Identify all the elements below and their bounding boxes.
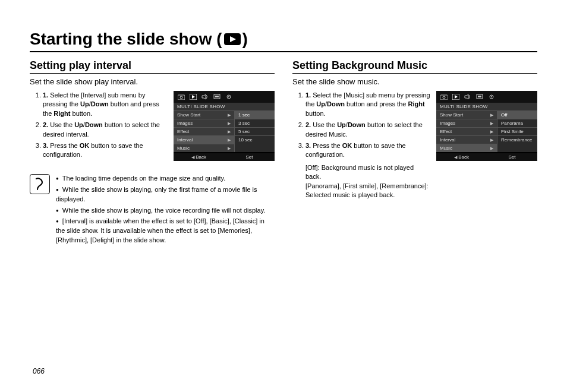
gear-icon [487,93,496,100]
step: 2.Use the Up/Down button to select the d… [305,121,430,139]
step: 1.Select the [Music] sub menu by pressin… [305,91,430,118]
note-list: The loading time depends on the image si… [56,174,275,248]
svg-rect-17 [478,96,481,97]
sound-icon [464,93,472,100]
camera-icon [440,93,448,100]
svg-marker-15 [465,94,468,99]
camera-icon [177,93,185,100]
menu-footer-back: ◀ Back [174,153,224,161]
menu-item: Show Start▶ [174,110,234,119]
note-item: While the slide show is playing, only th… [56,185,275,204]
svg-marker-5 [192,95,195,99]
note-box: The loading time depends on the image si… [30,174,275,248]
title-prefix: Starting the slide show ( [30,30,222,49]
display-icon [475,93,484,100]
page-number: 066 [33,367,45,375]
svg-marker-14 [455,95,458,99]
menu-option: 1 sec [235,110,275,119]
play-icon [452,93,460,100]
menu-header: MULTI SLIDE SHOW [174,103,275,110]
svg-point-19 [491,96,492,97]
menu-option: Panorama [497,119,537,127]
display-icon [213,93,221,100]
menu-option: 5 sec [235,127,275,135]
menu-item: Interval▶ [436,135,497,144]
extra-note: [Panorama], [First smile], [Remembrance]… [305,182,430,200]
menu-footer-set: Set [487,153,537,161]
camera-menu-screenshot: MULTI SLIDE SHOW Show Start▶ Images▶ Eff… [174,91,275,161]
extra-note: [Off]: Background music is not played ba… [305,163,430,182]
menu-option: Off [497,110,537,119]
menu-footer-set: Set [224,153,275,161]
menu-option: Remembrance [497,135,537,144]
title-suffix: ) [242,30,248,49]
menu-item: Music▶ [174,144,234,152]
menu-tab-icons [174,91,275,103]
menu-option: 3 sec [235,119,275,127]
menu-footer-back: ◀ Back [436,153,487,161]
left-column: Setting play interval Set the slide show… [30,59,275,247]
svg-point-12 [443,96,445,99]
menu-item: Music▶ [436,144,497,152]
menu-item: Images▶ [436,119,497,127]
menu-item: Effect▶ [174,127,234,135]
note-item: While the slide show is playing, the voi… [56,206,275,216]
menu-item: Show Start▶ [436,110,497,119]
svg-rect-11 [440,95,448,100]
svg-rect-8 [215,96,219,97]
extra-notes-music: [Off]: Background music is not played ba… [292,163,430,200]
section-heading-interval: Setting play interval [30,59,275,74]
step: 3.Press the OK button to save the config… [305,141,430,160]
play-icon [189,93,197,100]
gear-icon [225,93,233,100]
svg-point-3 [180,96,182,99]
menu-option: First Smile [497,127,537,135]
play-in-box-icon [223,33,241,46]
step: 3.Press the OK button to save the config… [43,141,168,160]
step: 1.Select the [Interval] sub menu by pres… [43,91,168,118]
menu-tab-icons [436,91,537,103]
section-intro-music: Set the slide show music. [292,77,537,86]
section-intro-interval: Set the slide show play interval. [30,77,275,86]
steps-interval: 1.Select the [Interval] sub menu by pres… [30,91,168,162]
note-item: [Interval] is available when the effect … [56,217,275,245]
note-icon [30,174,50,194]
svg-point-10 [228,96,229,97]
sound-icon [201,93,209,100]
note-item: The loading time depends on the image si… [56,174,275,184]
svg-rect-2 [178,95,185,100]
svg-marker-6 [202,94,206,99]
page-title: Starting the slide show ( ) [30,30,537,52]
camera-menu-screenshot: MULTI SLIDE SHOW Show Start▶ Images▶ Eff… [436,91,537,161]
step: 2.Use the Up/Down button to select the d… [43,121,168,139]
right-column: Setting Background Music Set the slide s… [292,59,537,247]
menu-option: 10 sec [235,135,275,144]
menu-header: MULTI SLIDE SHOW [436,103,537,110]
steps-music: 1.Select the [Music] sub menu by pressin… [292,91,430,160]
section-heading-music: Setting Background Music [292,59,537,74]
menu-item: Effect▶ [436,127,497,135]
menu-item: Images▶ [174,119,234,127]
menu-item: Interval▶ [174,135,234,144]
